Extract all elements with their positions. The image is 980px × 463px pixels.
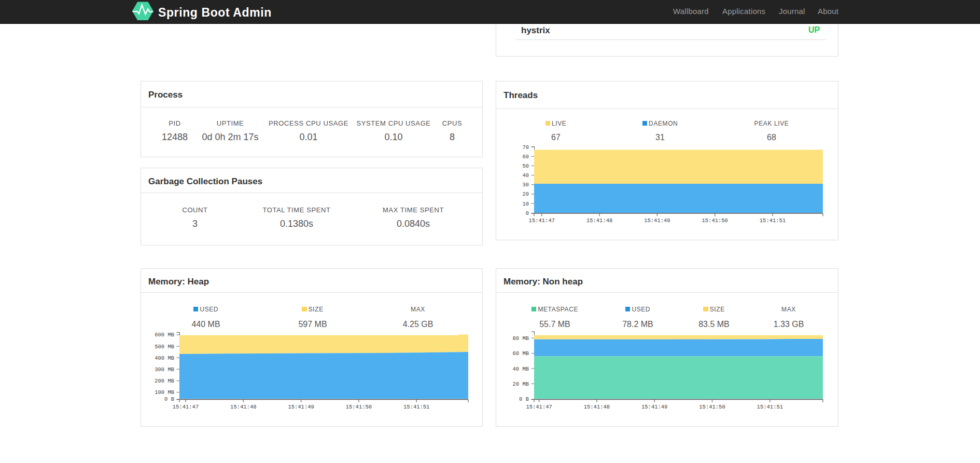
svg-text:60 MB: 60 MB: [512, 350, 529, 357]
svg-text:15:41:51: 15:41:51: [403, 404, 429, 410]
svg-text:15:41:50: 15:41:50: [346, 404, 372, 410]
svg-text:15:41:51: 15:41:51: [757, 404, 783, 410]
svg-text:70: 70: [522, 144, 529, 151]
svg-text:40: 40: [522, 172, 529, 179]
svg-text:15:41:50: 15:41:50: [702, 217, 727, 224]
svg-text:15:41:48: 15:41:48: [586, 217, 612, 224]
svg-text:600 MB: 600 MB: [155, 332, 174, 338]
svg-text:200 MB: 200 MB: [155, 378, 174, 384]
svg-text:15:41:49: 15:41:49: [644, 217, 670, 224]
svg-text:300 MB: 300 MB: [155, 366, 174, 373]
svg-text:15:41:49: 15:41:49: [641, 404, 667, 410]
svg-text:400 MB: 400 MB: [155, 355, 174, 361]
svg-text:15:41:48: 15:41:48: [584, 404, 610, 410]
svg-text:100 MB: 100 MB: [155, 389, 174, 396]
svg-text:0 B: 0 B: [519, 396, 529, 402]
svg-text:15:41:49: 15:41:49: [288, 404, 314, 410]
svg-text:15:41:47: 15:41:47: [526, 404, 552, 410]
svg-text:15:41:51: 15:41:51: [760, 217, 786, 224]
svg-text:60: 60: [522, 154, 529, 160]
svg-text:0 B: 0 B: [164, 396, 174, 402]
svg-text:15:41:47: 15:41:47: [173, 404, 199, 410]
svg-text:30: 30: [522, 182, 529, 188]
svg-text:10: 10: [522, 201, 529, 207]
svg-text:80 MB: 80 MB: [512, 335, 529, 342]
svg-text:500 MB: 500 MB: [155, 344, 174, 350]
svg-text:0: 0: [526, 210, 529, 216]
svg-text:20: 20: [522, 191, 529, 197]
svg-text:50: 50: [522, 163, 529, 169]
svg-text:15:41:50: 15:41:50: [699, 404, 725, 410]
svg-text:15:41:47: 15:41:47: [529, 217, 555, 224]
svg-text:20 MB: 20 MB: [512, 381, 529, 387]
svg-text:15:41:48: 15:41:48: [230, 404, 256, 410]
svg-text:40 MB: 40 MB: [512, 366, 529, 372]
